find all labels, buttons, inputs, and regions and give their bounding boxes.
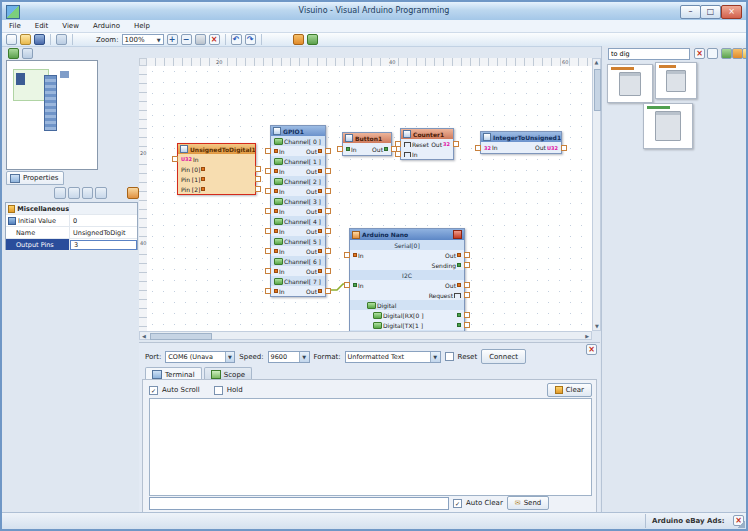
board-icon[interactable] xyxy=(307,34,318,45)
clear-search-icon[interactable]: × xyxy=(694,48,705,59)
pin[interactable] xyxy=(464,312,470,318)
zoom-select[interactable]: 100%▼ xyxy=(122,34,164,45)
pin[interactable] xyxy=(265,168,271,174)
speed-select[interactable]: 9600▼ xyxy=(268,351,310,363)
pin[interactable] xyxy=(325,268,331,274)
pin[interactable] xyxy=(265,208,271,214)
pin[interactable] xyxy=(172,156,178,162)
pin[interactable] xyxy=(464,282,470,288)
auto-clear-checkbox[interactable]: ✓ xyxy=(453,499,462,508)
menu-view[interactable]: View xyxy=(55,20,86,32)
palette-component[interactable] xyxy=(643,103,693,149)
canvas-horizontal-scrollbar[interactable]: ◀▶ xyxy=(139,331,592,340)
categorize-icon[interactable] xyxy=(82,187,94,199)
pin[interactable] xyxy=(255,166,261,172)
minimize-button[interactable]: – xyxy=(680,5,701,19)
hold-checkbox[interactable] xyxy=(214,386,223,395)
menu-help[interactable]: Help xyxy=(127,20,157,32)
pin[interactable] xyxy=(265,288,271,294)
pin[interactable] xyxy=(325,188,331,194)
zoom-out-icon[interactable]: − xyxy=(181,34,192,45)
pin[interactable] xyxy=(344,282,350,288)
upload-icon[interactable] xyxy=(293,34,304,45)
canvas-vertical-scrollbar[interactable]: ▲▼ xyxy=(592,58,601,331)
block-unsignedtodigital1[interactable]: UnsignedToDigital1 U32In Pin [0] Pin [1]… xyxy=(177,143,256,195)
scrollbar-thumb[interactable] xyxy=(594,69,601,111)
pin[interactable] xyxy=(561,145,567,151)
terminal-output[interactable] xyxy=(149,398,592,496)
title-bar[interactable]: Visuino - Visual Arduino Programming – □… xyxy=(2,2,746,21)
pin[interactable] xyxy=(325,248,331,254)
clear-button[interactable]: Clear xyxy=(547,383,592,397)
format-select[interactable]: Unformatted Text▼ xyxy=(345,351,441,363)
pin[interactable] xyxy=(265,188,271,194)
open-project-icon[interactable] xyxy=(20,34,31,45)
design-canvas[interactable]: UnsignedToDigital1 U32In Pin [0] Pin [1]… xyxy=(147,66,592,331)
block-counter1[interactable]: Counter1 Reset Out32 In xyxy=(400,128,454,160)
pin[interactable] xyxy=(265,248,271,254)
filter-properties-icon[interactable] xyxy=(54,187,66,199)
pin[interactable] xyxy=(325,168,331,174)
terminal-send-input[interactable] xyxy=(149,497,449,510)
pin[interactable] xyxy=(464,262,470,268)
delete-icon[interactable]: × xyxy=(209,34,220,45)
pin[interactable] xyxy=(464,252,470,258)
menu-edit[interactable]: Edit xyxy=(28,20,56,32)
pin[interactable] xyxy=(265,148,271,154)
property-value[interactable]: UnsignedToDigit xyxy=(70,229,137,237)
pin[interactable] xyxy=(453,141,459,147)
block-integertounsigned1[interactable]: IntegerToUnsigned1 32In OutU32 xyxy=(480,131,562,154)
filter-icon[interactable] xyxy=(707,48,718,59)
print-icon[interactable] xyxy=(195,34,206,45)
scroll-down-icon[interactable]: ▼ xyxy=(595,323,599,329)
pin[interactable] xyxy=(255,176,261,182)
pin[interactable] xyxy=(395,141,401,147)
settings-icon[interactable] xyxy=(56,34,67,45)
property-row[interactable]: Initial Value 0 xyxy=(6,215,137,227)
pin[interactable] xyxy=(325,228,331,234)
pin[interactable] xyxy=(464,292,470,298)
property-category-row[interactable]: Miscellaneous xyxy=(6,203,137,215)
block-arduino-nano[interactable]: Arduino Nano Serial[0] In Out Sending I2… xyxy=(349,228,465,331)
menu-file[interactable]: File xyxy=(2,20,28,32)
select-board-icon[interactable] xyxy=(8,48,19,59)
maximize-button[interactable]: □ xyxy=(700,5,721,19)
property-value[interactable]: 0 xyxy=(70,217,137,225)
sort-az-icon[interactable] xyxy=(68,187,80,199)
block-gpio1[interactable]: GPIO1 Channel[ 0 ] InOut Channel[ 1 ] In… xyxy=(270,125,326,297)
scrollbar-thumb[interactable] xyxy=(150,333,212,340)
pin[interactable] xyxy=(325,208,331,214)
connect-button[interactable]: Connect xyxy=(481,349,526,364)
close-button[interactable]: × xyxy=(721,5,742,19)
property-value-editor[interactable]: 3 xyxy=(70,240,137,250)
pin[interactable] xyxy=(265,268,271,274)
redo-icon[interactable]: ↷ xyxy=(245,34,256,45)
pin[interactable] xyxy=(344,252,350,258)
palette-component[interactable] xyxy=(607,64,653,103)
zoom-in-icon[interactable]: + xyxy=(167,34,178,45)
component-search-input[interactable] xyxy=(608,48,690,60)
pin[interactable] xyxy=(475,145,481,151)
view-large-icons-icon[interactable] xyxy=(721,48,732,59)
pin[interactable] xyxy=(337,146,343,152)
pin[interactable] xyxy=(255,186,261,192)
pin[interactable] xyxy=(325,148,331,154)
palette-component[interactable] xyxy=(655,62,697,99)
pin[interactable] xyxy=(395,151,401,157)
undo-icon[interactable]: ↶ xyxy=(231,34,242,45)
minimap[interactable] xyxy=(6,60,98,170)
scroll-left-icon[interactable]: ◀ xyxy=(142,333,146,339)
tools-icon[interactable] xyxy=(453,230,462,239)
expand-all-icon[interactable] xyxy=(95,187,107,199)
block-button1[interactable]: Button1 In Out xyxy=(342,132,392,156)
pin[interactable] xyxy=(464,322,470,328)
pin[interactable] xyxy=(265,228,271,234)
disconnect-icon[interactable]: × xyxy=(586,344,597,355)
auto-scroll-checkbox[interactable]: ✓ xyxy=(149,386,158,395)
view-list-icon[interactable] xyxy=(742,48,748,59)
property-row[interactable]: Name UnsignedToDigit xyxy=(6,227,137,239)
port-select[interactable]: COM6 (Unava▼ xyxy=(165,351,235,363)
reset-checkbox[interactable] xyxy=(445,352,454,361)
new-project-icon[interactable] xyxy=(6,34,17,45)
grid-view-icon[interactable] xyxy=(22,48,33,59)
